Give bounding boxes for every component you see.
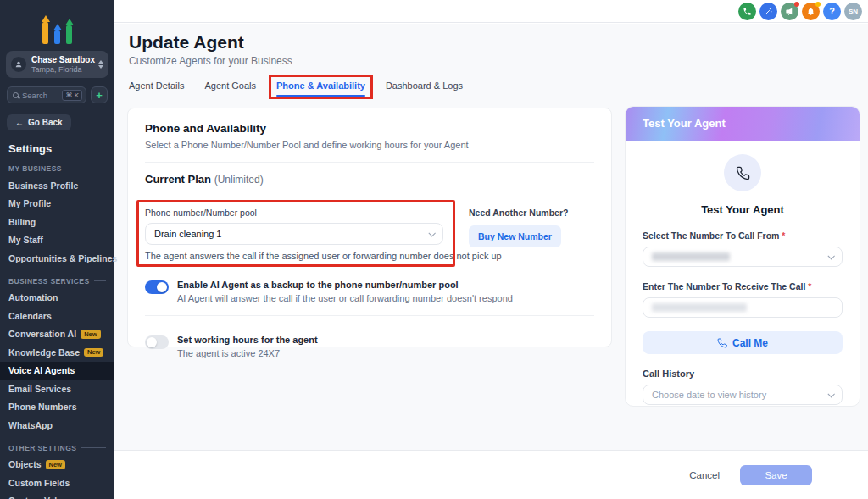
wand-button[interactable] [760, 3, 777, 20]
section-label-other-settings: OTHER SETTINGS [0, 444, 114, 452]
go-back-label: Go Back [28, 118, 63, 127]
receive-number-input[interactable] [643, 297, 843, 318]
highlevel-logo [0, 0, 114, 44]
go-back-button[interactable]: ← Go Back [7, 114, 71, 130]
save-button[interactable]: Save [740, 465, 812, 485]
sidebar-item-custom-values[interactable]: Custom Values [0, 492, 114, 499]
tab-agent-details[interactable]: Agent Details [129, 80, 184, 97]
test-agent-panel: Test Your Agent Test Your Agent Select T… [625, 106, 860, 407]
phone-circle [724, 154, 761, 191]
divider [145, 162, 594, 163]
sidebar-item-knowledge-base[interactable]: Knowledge Base New [0, 343, 114, 362]
required-asterisk: * [782, 230, 785, 241]
call-history-select[interactable]: Choose date to view history [643, 385, 843, 405]
search-input[interactable]: Search ⌘ K [7, 86, 86, 103]
tab-agent-goals[interactable]: Agent Goals [204, 80, 256, 97]
new-badge: New [84, 348, 103, 358]
test-panel-header: Test Your Agent [626, 107, 860, 141]
cancel-button[interactable]: Cancel [689, 470, 720, 480]
hours-toggle-sublabel: The agent is active 24X7 [177, 348, 318, 358]
sidebar-item-email-services[interactable]: Email Services [0, 380, 114, 398]
pool-selected-value: Drain cleaning 1 [154, 229, 222, 239]
account-switcher[interactable]: Chase Sandbox Tampa, Florida [6, 51, 108, 78]
tab-bar: Agent Details Agent Goals Phone & Availa… [129, 80, 868, 97]
current-plan: Current Plan (Unlimited) [145, 173, 594, 186]
call-from-label: Select The Number To Call From * [643, 230, 843, 241]
phone-availability-card: Phone and Availability Select a Phone Nu… [127, 108, 612, 347]
call-icon [717, 338, 727, 348]
call-history-label: Call History [643, 369, 843, 379]
sidebar-item-billing[interactable]: Billing [0, 213, 114, 231]
logo-arrow-yellow [42, 15, 50, 44]
need-number-title: Need Another Number? [469, 208, 568, 218]
section-subtitle: Select a Phone Number/Number Pool and de… [145, 140, 594, 150]
divider [145, 315, 594, 316]
page-title: Update Agent [129, 32, 868, 53]
logo-arrow-green [65, 19, 74, 44]
chevron-down-icon [428, 230, 435, 236]
megaphone-icon [785, 7, 794, 16]
content-area: Update Agent Customize Agents for your B… [114, 24, 868, 450]
buy-new-number-button[interactable]: Buy New Number [469, 225, 561, 247]
receive-number-label: Enter The Number To Receive The Call * [643, 281, 843, 291]
chevron-down-icon [827, 391, 834, 397]
avatar-initials: SN [849, 8, 858, 15]
test-panel-title: Test Your Agent [643, 203, 843, 216]
user-avatar[interactable]: SN [844, 3, 862, 20]
backup-agent-toggle[interactable] [145, 280, 169, 294]
search-placeholder: Search [22, 91, 58, 100]
sidebar-item-automation[interactable]: Automation [0, 289, 114, 308]
bell-icon [806, 7, 815, 16]
pool-label: Phone number/Number pool [145, 208, 443, 218]
section-title: Phone and Availability [145, 122, 594, 135]
redacted-phone-value [652, 303, 747, 312]
section-label-business-services: BUSINESS SERVICES [0, 277, 114, 286]
logo-arrow-blue [53, 24, 62, 44]
chevron-down-icon [827, 252, 834, 259]
call-me-button[interactable]: Call Me [643, 331, 843, 354]
sidebar-item-phone-numbers[interactable]: Phone Numbers [0, 398, 114, 417]
section-label-my-business: MY BUSINESS [0, 164, 114, 173]
sidebar-item-conversation-ai[interactable]: Conversation AI New [0, 325, 114, 344]
sidebar-item-my-profile[interactable]: My Profile [0, 195, 114, 213]
phone-outline-icon [736, 166, 750, 180]
topbar: ? SN [114, 0, 868, 23]
call-from-select[interactable] [643, 247, 843, 267]
sidebar: Chase Sandbox Tampa, Florida Search ⌘ K … [0, 0, 114, 499]
wand-icon [764, 7, 773, 16]
sidebar-item-objects[interactable]: Objects New [0, 456, 114, 474]
sidebar-item-my-staff[interactable]: My Staff [0, 231, 114, 250]
sidebar-item-voice-ai-agents[interactable]: Voice AI Agents [0, 362, 114, 380]
hours-toggle-label: Set working hours for the agent [177, 335, 318, 345]
help-icon: ? [829, 6, 835, 16]
history-placeholder: Choose date to view history [652, 390, 766, 400]
sidebar-item-whatsapp[interactable]: WhatsApp [0, 416, 114, 435]
quick-add-button[interactable]: + [91, 86, 108, 103]
account-avatar-icon [11, 57, 26, 72]
sidebar-item-custom-fields[interactable]: Custom Fields [0, 474, 114, 492]
help-button[interactable]: ? [823, 3, 841, 20]
new-badge: New [46, 460, 65, 469]
notifications-button[interactable] [802, 3, 820, 20]
phone-button[interactable] [738, 3, 756, 20]
sidebar-item-opportunities-pipelines[interactable]: Opportunities & Pipelines [0, 249, 114, 268]
new-badge: New [81, 330, 100, 339]
chevron-updown-icon [98, 60, 103, 69]
tab-dashboard-logs[interactable]: Dashboard & Logs [386, 80, 463, 97]
sidebar-item-calendars[interactable]: Calendars [0, 307, 114, 325]
tab-phone-availability[interactable]: Phone & Availability [276, 80, 365, 97]
required-asterisk: * [808, 281, 811, 291]
working-hours-toggle[interactable] [145, 335, 169, 349]
announcements-button[interactable] [781, 3, 798, 20]
plus-icon: + [96, 89, 103, 102]
account-name: Chase Sandbox [31, 55, 93, 64]
notification-dot [794, 2, 799, 7]
phone-pool-select[interactable]: Drain cleaning 1 [145, 223, 443, 245]
backup-toggle-sublabel: AI Agent will answer the call if the use… [177, 293, 513, 303]
sidebar-item-business-profile[interactable]: Business Profile [0, 176, 114, 195]
backup-toggle-label: Enable AI Agent as a backup to the phone… [177, 280, 513, 290]
pool-helper-text: The agent answers the call if the assign… [145, 251, 443, 261]
page-subtitle: Customize Agents for your Business [129, 55, 868, 67]
redacted-phone-value [652, 252, 730, 261]
notification-dot [815, 2, 821, 7]
